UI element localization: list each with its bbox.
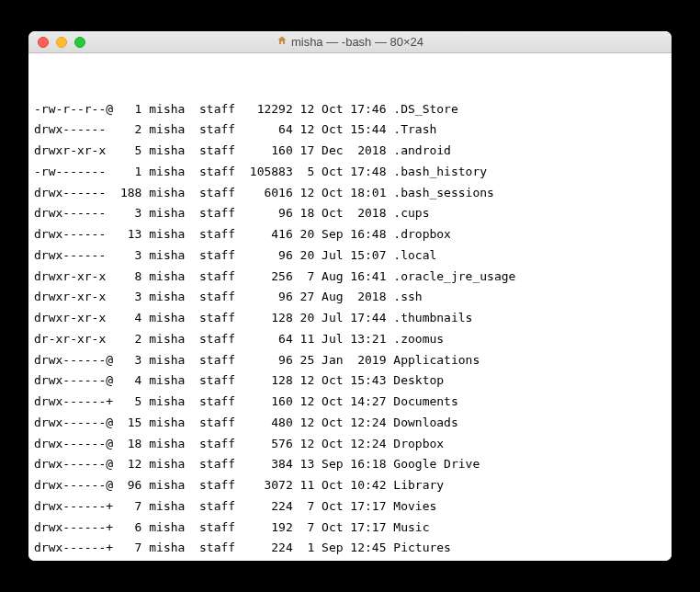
window-title-text: misha — -bash — 80×24 (291, 35, 423, 49)
listing-row: drwx------+ 7 misha staff 224 1 Sep 12:4… (34, 538, 666, 559)
home-icon (277, 35, 288, 49)
listing-row: drwx------+ 6 misha staff 192 7 Oct 17:1… (34, 518, 666, 539)
terminal-window: misha — -bash — 80×24 -rw-r--r--@ 1 mish… (28, 31, 672, 561)
zoom-button[interactable] (74, 37, 85, 48)
listing-row: drwx------ 13 misha staff 416 20 Sep 16:… (34, 224, 666, 245)
listing-row: drwx------@ 15 misha staff 480 12 Oct 12… (34, 413, 666, 434)
listing-row: drwx------+ 7 misha staff 224 7 Oct 17:1… (34, 496, 666, 518)
listing-row: -rw------- 1 misha staff 105883 5 Oct 17… (34, 162, 666, 183)
terminal-output[interactable]: -rw-r--r--@ 1 misha staff 12292 12 Oct 1… (28, 53, 672, 561)
listing-row: drwx------+ 5 misha staff 160 12 Oct 14:… (34, 392, 666, 413)
listing-row: -rw-r--r--@ 1 misha staff 12292 12 Oct 1… (34, 99, 666, 120)
listing-row: drwx------@ 96 misha staff 3072 11 Oct 1… (34, 475, 666, 496)
listing-row: drwxr-xr-x 3 misha staff 96 27 Aug 2018 … (34, 287, 666, 308)
listing-row: dr-xr-xr-x 2 misha staff 64 11 Jul 13:21… (34, 329, 666, 350)
minimize-button[interactable] (56, 37, 67, 48)
listing-row: drwxr-xr-x 5 misha staff 160 17 Dec 2018… (34, 141, 666, 162)
traffic-lights (28, 37, 85, 48)
listing-row: drwxr-xr-x+ 4 misha staff 128 2 Aug 2018… (34, 559, 666, 561)
listing-row: drwx------ 3 misha staff 96 20 Jul 15:07… (34, 245, 666, 267)
listing-row: drwxr-xr-x 8 misha staff 256 7 Aug 16:41… (34, 267, 666, 288)
listing-row: drwxr-xr-x 4 misha staff 128 20 Jul 17:4… (34, 308, 666, 329)
listing-row: drwx------@ 4 misha staff 128 12 Oct 15:… (34, 370, 666, 392)
window-titlebar[interactable]: misha — -bash — 80×24 (28, 31, 672, 53)
close-button[interactable] (38, 37, 49, 48)
listing-row: drwx------ 188 misha staff 6016 12 Oct 1… (34, 183, 666, 204)
listing-row: drwx------@ 12 misha staff 384 13 Sep 16… (34, 454, 666, 475)
listing-row: drwx------@ 18 misha staff 576 12 Oct 12… (34, 434, 666, 455)
listing-row: drwx------ 2 misha staff 64 12 Oct 15:44… (34, 120, 666, 141)
listing-row: drwx------ 3 misha staff 96 18 Oct 2018 … (34, 203, 666, 224)
listing-row: drwx------@ 3 misha staff 96 25 Jan 2019… (34, 350, 666, 371)
window-title: misha — -bash — 80×24 (28, 35, 672, 49)
